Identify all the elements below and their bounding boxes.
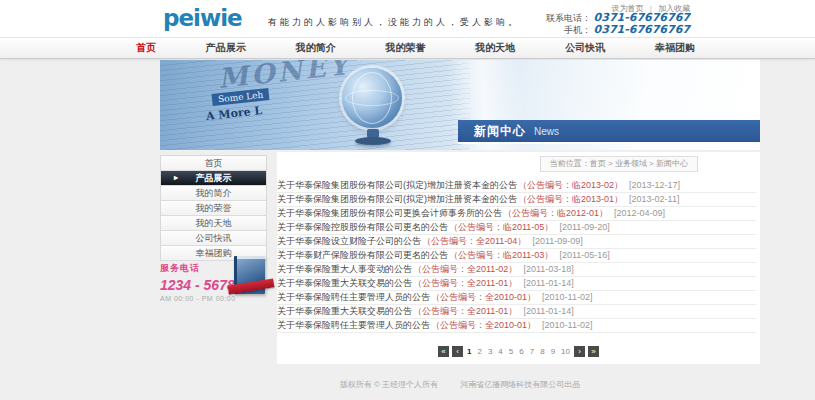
nav-item[interactable]: 我的简介 bbox=[288, 41, 344, 55]
sidebar-menu-item[interactable]: 我的天地 bbox=[161, 216, 266, 231]
section-title-bar: 新闻中心 News bbox=[458, 120, 760, 144]
breadcrumb-label: 当前位置： bbox=[550, 159, 590, 168]
pagination-page-number[interactable]: 6 bbox=[518, 347, 524, 356]
pagination-pages: 12345678910 bbox=[466, 347, 571, 356]
contact-info: 联系电话： 0371-67676767 手机： 0371-67676767 bbox=[546, 12, 690, 36]
nav-item[interactable]: 我的天地 bbox=[467, 41, 523, 55]
slogan-text: 有能力的人影响别人，没能力的人，受人影响。 bbox=[268, 16, 520, 29]
news-title-link[interactable]: 关于华泰保险重大关联交易的公告 bbox=[277, 305, 412, 318]
news-title-link[interactable]: 关于华泰保险聘任主要管理人员的公告 bbox=[277, 291, 430, 304]
news-announcement-code: （公告编号：全2011-04） bbox=[422, 235, 526, 248]
pagination-last-button[interactable]: » bbox=[588, 346, 599, 357]
contact-mobile-line: 手机： 0371-67676767 bbox=[546, 24, 690, 36]
nav-item[interactable]: 产品展示 bbox=[198, 41, 254, 55]
news-announcement-code: （公告编号：临2011-05） bbox=[449, 221, 553, 234]
news-title-link[interactable]: 关于华泰财产保险股份有限公司更名的公告 bbox=[277, 249, 448, 262]
news-title-link[interactable]: 关于华泰保险集团股份有限公司(拟定)增加注册资本金的公告 bbox=[277, 179, 517, 192]
pagination-first-button[interactable]: « bbox=[438, 346, 449, 357]
news-title-link[interactable]: 关于华泰保险重大关联交易的公告 bbox=[277, 277, 412, 290]
sidebar-menu: 首页产品展示我的简介我的荣誉我的天地公司快讯幸福团购 bbox=[160, 155, 267, 261]
news-row[interactable]: 关于华泰保险聘任主要管理人员的公告 （公告编号：全2010-01） [2010-… bbox=[277, 319, 756, 333]
news-announcement-code: （公告编号：临2013-01） bbox=[518, 193, 623, 206]
news-date: [2013-12-17] bbox=[629, 179, 680, 192]
news-list: 关于华泰保险集团股份有限公司(拟定)增加注册资本金的公告 （公告编号：临2013… bbox=[277, 179, 756, 333]
news-row[interactable]: 关于华泰保险设立财险子公司的公告 （公告编号：全2011-04） [2011-0… bbox=[277, 235, 756, 249]
pagination-page-number[interactable]: 2 bbox=[476, 347, 482, 356]
news-announcement-code: （公告编号：全2011-01） bbox=[413, 277, 517, 290]
page: peiwie 有能力的人影响别人，没能力的人，受人影响。 设为首页 | 加入收藏… bbox=[0, 0, 815, 400]
copyright-text: 版权所有 © 王经理个人所有 bbox=[340, 380, 438, 389]
pagination-page-number[interactable]: 8 bbox=[539, 347, 545, 356]
sidebar-menu-item[interactable]: 首页 bbox=[161, 156, 266, 171]
breadcrumb-path[interactable]: 首页 > 业务领域 > 新闻中心 bbox=[590, 159, 688, 168]
sidebar-menu-item[interactable]: 公司快讯 bbox=[161, 231, 266, 246]
pagination-page-number[interactable]: 9 bbox=[550, 347, 556, 356]
nav-item[interactable]: 我的荣誉 bbox=[377, 41, 433, 55]
footer: 版权所有 © 王经理个人所有 河南省亿播网络科技有限公司出品 bbox=[160, 379, 760, 390]
news-date: [2011-01-14] bbox=[523, 305, 573, 318]
news-announcement-code: （公告编号：全2011-01） bbox=[413, 305, 517, 318]
nav-item[interactable]: 幸福团购 bbox=[647, 41, 703, 55]
nav-items: 首页产品展示我的简介我的荣誉我的天地公司快讯幸福团购 bbox=[128, 38, 703, 58]
news-announcement-code: （公告编号：全2010-01） bbox=[431, 291, 536, 304]
contact-mobile-label: 手机： bbox=[564, 25, 591, 35]
news-row[interactable]: 关于华泰保险聘任主要管理人员的公告 （公告编号：全2010-01） [2010-… bbox=[277, 291, 756, 305]
sidebar-menu-item[interactable]: 我的荣誉 bbox=[161, 201, 266, 216]
news-row[interactable]: 关于华泰财产保险股份有限公司更名的公告 （公告编号：临2011-03） [201… bbox=[277, 249, 756, 263]
news-title-link[interactable]: 关于华泰保险集团股份有限公司(拟定)增加注册资本金的公告 bbox=[277, 193, 517, 206]
breadcrumb: 当前位置：首页 > 业务领域 > 新闻中心 bbox=[540, 156, 698, 172]
news-title-link[interactable]: 关于华泰保险设立财险子公司的公告 bbox=[277, 235, 421, 248]
logo[interactable]: peiwie bbox=[163, 5, 242, 31]
news-title-link[interactable]: 关于华泰保险集团股份有限公司更换会计师事务所的公告 bbox=[277, 207, 502, 220]
main-nav: 首页产品展示我的简介我的荣誉我的天地公司快讯幸福团购 bbox=[0, 37, 815, 59]
news-row[interactable]: 关于华泰保险重大关联交易的公告 （公告编号：全2011-01） [2011-01… bbox=[277, 305, 756, 319]
header: peiwie 有能力的人影响别人，没能力的人，受人影响。 设为首页 | 加入收藏… bbox=[0, 0, 815, 37]
news-date: [2011-05-16] bbox=[559, 249, 609, 262]
main-content: 当前位置：首页 > 业务领域 > 新闻中心 关于华泰保险集团股份有限公司(拟定)… bbox=[277, 152, 760, 364]
globe-base bbox=[355, 137, 391, 145]
news-date: [2011-09-20] bbox=[559, 221, 609, 234]
news-date: [2010-11-02] bbox=[542, 319, 592, 332]
news-row[interactable]: 关于华泰保险集团股份有限公司(拟定)增加注册资本金的公告 （公告编号：临2013… bbox=[277, 179, 756, 193]
news-date: [2012-04-09] bbox=[614, 207, 665, 220]
news-title-link[interactable]: 关于华泰保险重大人事变动的公告 bbox=[277, 263, 412, 276]
nav-item[interactable]: 公司快讯 bbox=[557, 41, 613, 55]
news-title-link[interactable]: 关于华泰保险控股股份有限公司更名的公告 bbox=[277, 221, 448, 234]
news-row[interactable]: 关于华泰保险集团股份有限公司(拟定)增加注册资本金的公告 （公告编号：临2013… bbox=[277, 193, 756, 207]
news-date: [2011-03-18] bbox=[523, 263, 573, 276]
news-row[interactable]: 关于华泰保险重大人事变动的公告 （公告编号：全2011-02） [2011-03… bbox=[277, 263, 756, 277]
news-banner: MONEY Some Leh A More L 新闻中心 News bbox=[160, 60, 760, 150]
news-row[interactable]: 关于华泰保险控股股份有限公司更名的公告 （公告编号：临2011-05） [201… bbox=[277, 221, 756, 235]
pagination-page-number[interactable]: 4 bbox=[497, 347, 503, 356]
news-announcement-code: （公告编号：临2011-03） bbox=[449, 249, 553, 262]
pagination-page-number[interactable]: 5 bbox=[508, 347, 514, 356]
producer-text[interactable]: 河南省亿播网络科技有限公司出品 bbox=[460, 380, 580, 389]
nav-item[interactable]: 首页 bbox=[128, 41, 164, 55]
news-date: [2013-02-11] bbox=[629, 193, 679, 206]
section-title: 新闻中心 bbox=[474, 123, 526, 140]
news-date: [2011-09-09] bbox=[532, 235, 582, 248]
pagination-page-number[interactable]: 3 bbox=[487, 347, 493, 356]
pagination-page-number[interactable]: 7 bbox=[529, 347, 535, 356]
pagination-page-number[interactable]: 1 bbox=[466, 347, 472, 356]
service-hours: AM 00:00 - PM 00:00 bbox=[160, 295, 267, 302]
sidebar-menu-item[interactable]: 产品展示 bbox=[161, 171, 266, 186]
globe-equator bbox=[345, 90, 399, 106]
section-title-en: News bbox=[534, 126, 559, 137]
pagination: « ‹ 12345678910 › » bbox=[277, 346, 760, 357]
pagination-next-button[interactable]: › bbox=[574, 346, 585, 357]
news-title-link[interactable]: 关于华泰保险聘任主要管理人员的公告 bbox=[277, 319, 430, 332]
news-date: [2010-11-02] bbox=[542, 291, 592, 304]
news-row[interactable]: 关于华泰保险集团股份有限公司更换会计师事务所的公告 （公告编号：临2012-01… bbox=[277, 207, 756, 221]
contact-mobile-number: 0371-67676767 bbox=[594, 23, 690, 36]
news-announcement-code: （公告编号：临2012-01） bbox=[503, 207, 608, 220]
book-pages-edge bbox=[237, 256, 265, 259]
pagination-page-number[interactable]: 10 bbox=[560, 347, 571, 356]
globe-icon bbox=[342, 68, 402, 128]
news-announcement-code: （公告编号：全2011-02） bbox=[413, 263, 517, 276]
pagination-prev-button[interactable]: ‹ bbox=[452, 346, 463, 357]
contact-phone-label: 联系电话： bbox=[546, 13, 591, 23]
news-row[interactable]: 关于华泰保险重大关联交易的公告 （公告编号：全2011-01） [2011-01… bbox=[277, 277, 756, 291]
news-announcement-code: （公告编号：全2010-01） bbox=[431, 319, 536, 332]
sidebar-menu-item[interactable]: 我的简介 bbox=[161, 186, 266, 201]
